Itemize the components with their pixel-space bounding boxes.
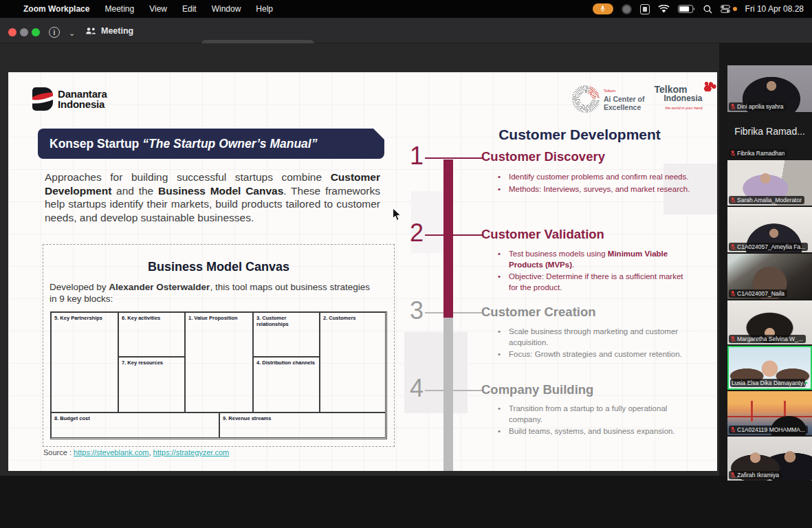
- menu-app-name[interactable]: Zoom Workplace: [23, 4, 89, 14]
- menu-view[interactable]: View: [149, 4, 167, 14]
- step-title-customer-validation: Customer Validation: [481, 227, 688, 242]
- participant-nametag: C1A024007_Naila: [729, 289, 787, 298]
- bmc-title: Business Model Canvas: [43, 260, 394, 274]
- step-title-company-building: Company Building: [481, 382, 688, 397]
- slide-title-pre: Konsep Startup: [50, 137, 139, 151]
- muted-mic-icon: [730, 150, 736, 157]
- business-model-canvas-box: Business Model Canvas Developed by Alexa…: [43, 244, 395, 447]
- participant-nametag: Sarah Amalia_Moderator: [729, 196, 804, 204]
- source-link-strategyzer[interactable]: https://strategyzer.com: [153, 448, 230, 456]
- bmc-cell-customer-relationships: 3. Customer relationships: [253, 312, 320, 357]
- participant-tile-mohamma[interactable]: C1A024119 MOHAMMA...: [727, 391, 812, 435]
- step-tick-1: [425, 157, 483, 159]
- participant-tile-margaretha[interactable]: Margaretha Selvina W_...: [727, 300, 812, 344]
- bmc-cell-budget-cost: 8. Budget cost: [51, 412, 219, 438]
- slide-title-quote: “The Startup Owner’s Manual”: [142, 137, 317, 151]
- source-link-steveblank[interactable]: https://steveblank.com: [74, 448, 149, 456]
- slide-title-banner: Konsep Startup “The Startup Owner’s Manu…: [38, 129, 384, 159]
- bmc-cell-value-proposition: 1. Value Proposition: [185, 312, 253, 412]
- step-number-2: 2: [403, 221, 424, 245]
- danantara-logo-line2: Indonesia: [58, 98, 105, 110]
- bmc-cell-revenue-streams: 9. Revenue streams: [219, 412, 386, 438]
- telkom-tagline: the world in your hand: [655, 104, 703, 113]
- step-bullets-company-building: Transition from a startup to a fully ope…: [490, 404, 692, 439]
- notification-dot: [733, 7, 737, 11]
- participant-video-strip: Dini aprilia syahra Fibrika Ramad... Fib…: [727, 65, 812, 482]
- telkom-ai-coe-logo: Telkom Ai Center of Excellence: [572, 85, 645, 113]
- muted-mic-icon: [730, 197, 736, 204]
- participant-tile-sarah[interactable]: Sarah Amalia_Moderator: [727, 160, 812, 206]
- timeline-bar-gray: [443, 318, 453, 471]
- meeting-info-icon[interactable]: i: [49, 27, 60, 38]
- source-line: Source : https://steveblank.com, https:/…: [43, 448, 229, 456]
- step-tick-3: [425, 312, 483, 314]
- muted-mic-icon: [730, 426, 736, 433]
- aicoe-line1: Ai Center of: [604, 95, 645, 103]
- participant-nametag: Fibrika Ramadhan: [729, 149, 787, 157]
- bmc-cell-distribution-channels: 4. Distribution channels: [253, 357, 320, 412]
- step-tick-2: [425, 234, 483, 236]
- menu-window[interactable]: Window: [212, 4, 241, 14]
- mouse-cursor: [392, 208, 402, 221]
- chevron-down-icon[interactable]: ⌄: [69, 29, 75, 38]
- aicoe-telkom-small: Telkom: [604, 87, 645, 95]
- aicoe-line2: Excellence: [604, 103, 641, 111]
- participant-tile-dini[interactable]: Dini aprilia syahra: [727, 65, 812, 112]
- telkom-sub: Indonesia: [664, 94, 703, 103]
- meeting-tab-home[interactable]: Meeting: [85, 26, 133, 36]
- muted-mic-icon: [730, 103, 736, 110]
- bmc-cell-key-resources: 7. Key resources: [118, 357, 185, 412]
- bmc-cell-customers: 2. Customers: [320, 312, 386, 412]
- step-number-3: 3: [403, 299, 424, 322]
- unmuted-mic-icon: [803, 380, 809, 387]
- participant-nametag: C1A024057_Ameylia Fa...: [729, 243, 808, 251]
- battery-icon[interactable]: [678, 5, 695, 13]
- participant-nametag: Margaretha Selvina W_...: [729, 335, 806, 343]
- step-bullets-customer-discovery: Identify customer problems and confirm r…: [490, 172, 692, 196]
- minimize-window-button[interactable]: [20, 28, 28, 36]
- participant-tile-ameylia[interactable]: C1A024057_Ameylia Fa...: [727, 207, 812, 252]
- step-number-4: 4: [403, 377, 424, 400]
- source-label: Source :: [43, 448, 72, 456]
- menu-edit[interactable]: Edit: [182, 4, 197, 14]
- participant-tile-lusia-active-speaker[interactable]: Lusia Elsa Dika Damayanty: [727, 346, 812, 390]
- muted-mic-icon: [730, 472, 736, 478]
- participant-nametag: Lusia Elsa Dika Damayanty: [730, 379, 806, 387]
- participant-tile-zafirah[interactable]: Zafirah Ikramiya: [727, 437, 812, 481]
- camera-indicator-icon[interactable]: [622, 4, 632, 14]
- danantara-logo-icon: [32, 87, 53, 111]
- wifi-icon[interactable]: [658, 5, 670, 14]
- participant-tile-fibrika[interactable]: Fibrika Ramad... Fibrika Ramadhan: [727, 113, 812, 159]
- bmc-description: Developed by Alexander Osterwalder, this…: [50, 281, 376, 305]
- participant-tile-naila[interactable]: C1A024007_Naila: [727, 254, 812, 299]
- macos-menu-bar: Zoom Workplace Meeting View Edit Window …: [0, 0, 812, 18]
- step-number-1: 1: [403, 144, 424, 168]
- control-center-icon[interactable]: [721, 5, 730, 13]
- customer-development-heading: Customer Development: [483, 126, 676, 143]
- telkom-indonesia-logo: Telkom Indonesia the world in your hand: [655, 85, 716, 113]
- muted-mic-icon: [730, 336, 736, 342]
- meeting-people-icon: [85, 27, 96, 36]
- spotlight-search-icon[interactable]: [703, 5, 712, 14]
- menu-clock[interactable]: Fri 10 Apr 08.28: [745, 4, 804, 14]
- bmc-cell-key-partnerships: 5. Key Partnerships: [51, 312, 118, 412]
- meeting-label: Meeting: [101, 26, 133, 36]
- menu-meeting[interactable]: Meeting: [105, 4, 134, 14]
- ai-coe-starburst-icon: [572, 85, 600, 113]
- close-window-button[interactable]: [8, 28, 17, 36]
- bridge-background: [727, 416, 812, 417]
- partner-logos: Telkom Ai Center of Excellence Telkom In…: [572, 85, 716, 113]
- step-bullets-customer-creation: Scale business through marketing and cus…: [490, 327, 692, 362]
- timeline-bar-maroon: [443, 160, 453, 318]
- step-tick-4: [425, 390, 483, 391]
- mic-in-use-indicator-icon[interactable]: [593, 3, 613, 14]
- step-bullets-customer-validation: Test business models using Minimum Viabl…: [490, 249, 692, 294]
- menu-help[interactable]: Help: [256, 4, 273, 14]
- step-title-customer-discovery: Customer Discovery: [481, 149, 688, 164]
- fullscreen-window-button[interactable]: [32, 28, 40, 36]
- intro-paragraph: Approaches for building successful start…: [45, 170, 380, 224]
- bmc-cell-key-activities: 6. Key activities: [118, 312, 185, 357]
- step-title-customer-creation: Customer Creation: [481, 305, 688, 320]
- menu-extra-icon[interactable]: [640, 4, 650, 14]
- muted-mic-icon: [730, 243, 736, 250]
